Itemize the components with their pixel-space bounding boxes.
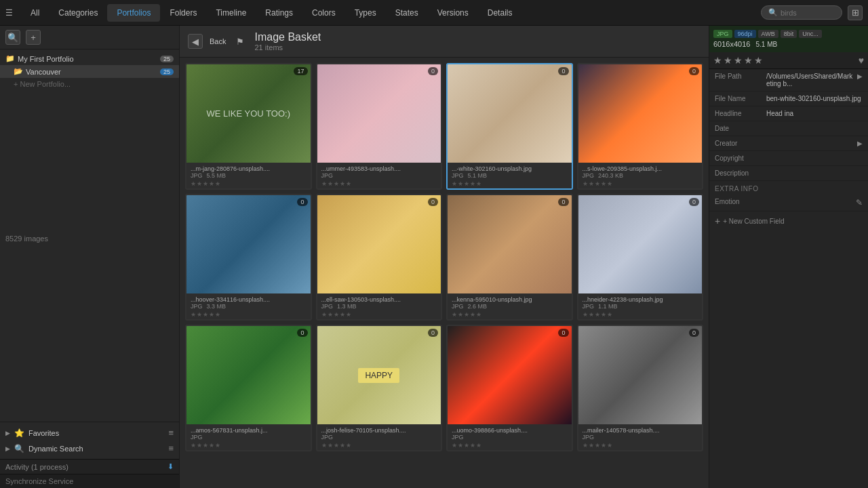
- portfolio-root-label: My First Portfolio: [18, 55, 74, 63]
- tab-categories[interactable]: Categories: [49, 4, 107, 22]
- image-stars-3[interactable]: ★★★★★: [452, 180, 568, 187]
- image-cell-3[interactable]: 0 ...-white-302160-unsplash.jpg JPG5.1 M…: [446, 63, 573, 190]
- heart-icon[interactable]: ♥: [859, 55, 864, 66]
- image-meta-11: JPG: [452, 434, 568, 441]
- tab-details[interactable]: Details: [478, 4, 522, 22]
- new-portfolio-item[interactable]: + New Portfolio...: [0, 78, 179, 90]
- preview-rating-stars[interactable]: ★ ★ ★ ★ ★: [713, 55, 763, 66]
- image-stars-5[interactable]: ★★★★★: [191, 311, 307, 318]
- image-badge-3: 0: [558, 67, 568, 75]
- app-logo: ☰: [5, 8, 13, 18]
- image-stars-8[interactable]: ★★★★★: [583, 311, 698, 318]
- hamburger-icon[interactable]: ☰: [5, 8, 13, 18]
- image-cell-12[interactable]: 0 ...mailer-140578-unsplash.... JPG ★★★★…: [577, 325, 704, 451]
- creator-label: Creator: [715, 140, 764, 147]
- portfolio-root-item[interactable]: 📁 My First Portfolio 25: [0, 52, 179, 65]
- emotion-edit-icon[interactable]: ✎: [856, 198, 863, 207]
- dimensions-value: 6016x4016: [713, 40, 750, 48]
- image-stars-2[interactable]: ★★★★★: [321, 180, 437, 187]
- view-icon: ⊞: [852, 7, 859, 18]
- image-stars-11[interactable]: ★★★★★: [452, 442, 568, 449]
- favorites-item[interactable]: ▶ ⭐ Favorites ≡: [0, 425, 179, 441]
- image-cell-1[interactable]: WE LIKE YOU TOO:) 17 ...m-jang-280876-un…: [185, 63, 312, 190]
- image-overlay-text-12: [637, 373, 643, 378]
- image-cell-10[interactable]: HAPPY 0 ...josh-felise-70105-unsplash...…: [316, 325, 443, 451]
- sidebar: 🔍 + 📁 My First Portfolio 25 📂 Vancouver …: [0, 26, 180, 488]
- tab-states[interactable]: States: [386, 4, 428, 22]
- image-info-1: ...m-jang-280876-unsplash.... JPG5.5 MB …: [186, 163, 311, 188]
- image-badge-9: 0: [297, 329, 307, 337]
- tab-types[interactable]: Types: [345, 4, 386, 22]
- bitdepth-badge: 8bit: [781, 30, 797, 38]
- image-thumb-4: 0: [578, 64, 703, 163]
- dynamic-search-menu-icon[interactable]: ≡: [168, 443, 174, 453]
- basket-title: Image Basket: [254, 31, 701, 43]
- portfolios-tree: 📁 My First Portfolio 25 📂 Vancouver 25 +…: [0, 49, 179, 229]
- image-stars-7[interactable]: ★★★★★: [452, 311, 568, 318]
- image-cell-6[interactable]: 0 ...ell-saw-130503-unsplash.... JPG1.3 …: [316, 194, 443, 321]
- description-label: Description: [715, 169, 764, 177]
- image-stars-9[interactable]: ★★★★★: [191, 442, 307, 449]
- image-stars-6[interactable]: ★★★★★: [321, 311, 437, 318]
- add-custom-field-label: + New Custom Field: [723, 218, 784, 225]
- star-icon: ⭐: [14, 428, 24, 438]
- image-meta-6: JPG1.3 MB: [321, 303, 437, 310]
- filepath-expand-icon[interactable]: ▶: [857, 73, 863, 87]
- filter-button[interactable]: ⚑: [233, 34, 248, 49]
- image-meta-10: JPG: [321, 434, 437, 441]
- favorites-menu-icon[interactable]: ≡: [168, 428, 174, 438]
- image-filename-7: ...kenna-595010-unsplash.jpg: [452, 296, 568, 303]
- image-cell-4[interactable]: 0 ...s-lowe-209385-unsplash.j... JPG240.…: [577, 63, 704, 190]
- image-cell-2[interactable]: 0 ...ummer-493583-unsplash.... JPG ★★★★★: [316, 63, 443, 190]
- image-thumb-3: 0: [448, 64, 572, 163]
- plus-icon: +: [715, 216, 720, 226]
- tab-timeline[interactable]: Timeline: [206, 4, 256, 22]
- image-info-3: ...-white-302160-unsplash.jpg JPG5.1 MB …: [448, 163, 572, 188]
- image-meta-2: JPG: [321, 172, 437, 179]
- image-filename-2: ...ummer-493583-unsplash....: [321, 165, 437, 172]
- sidebar-add-button[interactable]: +: [26, 30, 41, 45]
- view-button[interactable]: ⊞: [848, 5, 863, 20]
- add-custom-field-row[interactable]: + + New Custom Field: [709, 211, 868, 230]
- tab-portfolios[interactable]: Portfolios: [107, 4, 160, 22]
- image-cell-7[interactable]: 0 ...kenna-595010-unsplash.jpg JPG2.6 MB…: [446, 194, 573, 321]
- image-stars-10[interactable]: ★★★★★: [321, 442, 437, 449]
- sync-bar[interactable]: Synchronize Service: [0, 474, 179, 488]
- portfolio-root-badge: 25: [160, 56, 174, 62]
- image-filename-8: ...hneider-42238-unsplash.jpg: [583, 296, 698, 303]
- image-cell-11[interactable]: 0 ...uomo-398866-unsplash.... JPG ★★★★★: [446, 325, 573, 451]
- tab-colors[interactable]: Colors: [302, 4, 345, 22]
- image-meta-5: JPG3.3 MB: [191, 303, 307, 310]
- back-button[interactable]: ◀: [188, 34, 203, 49]
- tab-folders[interactable]: Folders: [160, 4, 206, 22]
- image-stars-1[interactable]: ★★★★★: [191, 180, 307, 187]
- creator-expand-icon[interactable]: ▶: [857, 140, 863, 147]
- image-cell-5[interactable]: 0 ...hoover-334116-unsplash.... JPG3.3 M…: [185, 194, 312, 321]
- search-input[interactable]: [781, 9, 842, 17]
- portfolio-vancouver-item[interactable]: 📂 Vancouver 25: [0, 65, 179, 78]
- activity-download-icon[interactable]: ⬇: [167, 462, 174, 471]
- image-info-12: ...mailer-140578-unsplash.... JPG ★★★★★: [578, 424, 703, 450]
- tab-all[interactable]: All: [21, 4, 49, 22]
- image-overlay-text-5: [245, 242, 251, 247]
- tab-versions[interactable]: Versions: [428, 4, 478, 22]
- dynamic-search-item[interactable]: ▶ 🔍 Dynamic Search ≡: [0, 441, 179, 456]
- image-filename-9: ...amos-567831-unsplash.j...: [191, 427, 307, 434]
- content-area: ◀ Back ⚑ Image Basket 21 items WE LIKE Y…: [180, 26, 709, 488]
- headline-label: Headline: [715, 110, 764, 117]
- tab-ratings[interactable]: Ratings: [256, 4, 302, 22]
- image-info-9: ...amos-567831-unsplash.j... JPG ★★★★★: [186, 424, 311, 450]
- image-stars-4[interactable]: ★★★★★: [583, 180, 698, 187]
- back-label[interactable]: Back: [210, 37, 226, 45]
- image-cell-9[interactable]: 0 ...amos-567831-unsplash.j... JPG ★★★★★: [185, 325, 312, 451]
- image-meta-1: JPG5.5 MB: [191, 172, 307, 179]
- image-stars-12[interactable]: ★★★★★: [583, 442, 698, 449]
- image-thumb-12: 0: [578, 326, 703, 424]
- sidebar-search-button[interactable]: 🔍: [5, 30, 20, 45]
- dynamic-search-label: Dynamic Search: [28, 445, 83, 453]
- sidebar-bottom: ▶ ⭐ Favorites ≡ ▶ 🔍 Dynamic Search ≡: [0, 422, 179, 459]
- emotion-label: Emotion: [715, 198, 764, 207]
- image-meta-8: JPG1.1 MB: [583, 303, 698, 310]
- image-cell-8[interactable]: 0 ...hneider-42238-unsplash.jpg JPG1.1 M…: [577, 194, 704, 321]
- triangle-icon: ▶: [5, 445, 10, 452]
